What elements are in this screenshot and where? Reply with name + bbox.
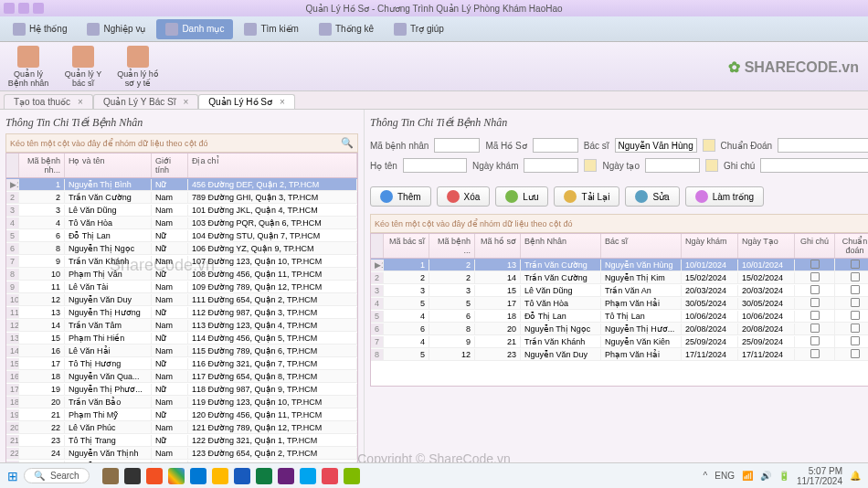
col-nt[interactable]: Ngày Tạo — [738, 234, 795, 258]
app-icon[interactable] — [344, 468, 360, 484]
table-row[interactable]: 1214Trần Văn TâmNam113 Đường 123, Quận 4… — [6, 319, 357, 332]
clock-date[interactable]: 11/17/2024 — [797, 476, 842, 486]
btn-edit[interactable]: Sửa — [625, 186, 679, 207]
lang-indicator[interactable]: ENG — [715, 471, 735, 481]
table-row[interactable]: 1113Nguyễn Thị HươngNữ112 Đường 987, Quậ… — [6, 306, 357, 319]
picker-icon[interactable] — [703, 139, 715, 152]
qat-icon[interactable] — [33, 3, 44, 14]
table-row[interactable]: 851223Nguyễn Văn DuyPhạm Văn Hải17/11/20… — [371, 348, 868, 361]
tab-toathuoc[interactable]: Tạo toa thuốc× — [4, 94, 93, 109]
table-row[interactable]: ▶11213Trần Văn CườngNguyễn Văn Hùng10/01… — [371, 259, 868, 271]
col-addr[interactable]: Địa chỉ — [188, 154, 357, 177]
date-icon[interactable] — [705, 159, 718, 172]
table-row[interactable]: 33Lê Văn DũngNam101 Đường JKL, Quận 4, T… — [6, 204, 357, 217]
date-icon[interactable] — [584, 159, 597, 172]
col-bn[interactable]: Mã bệnh ... — [429, 234, 475, 258]
table-row[interactable]: 54618Đỗ Thị LanTô Thị Lan10/06/202410/06… — [371, 310, 868, 323]
tab-ybacsi[interactable]: Quản Lý Y Bác Sĩ× — [93, 94, 198, 109]
start-icon[interactable]: ⊞ — [7, 469, 18, 483]
table-row[interactable]: 810Phạm Thị VânNữ108 Đường 456, Quận 11,… — [6, 268, 357, 281]
table-row[interactable]: 68Nguyễn Thị NgọcNữ106 Đường YZ, Quận 9,… — [6, 242, 357, 255]
menu-trogiup[interactable]: Trợ giúp — [385, 19, 453, 39]
col-nk[interactable]: Ngày khám — [682, 234, 738, 258]
table-row[interactable]: 1012Nguyễn Văn DuyNam111 Đường 654, Quận… — [6, 293, 357, 306]
table-row[interactable]: 1921Phạm Thi MỹNữ120 Đường 456, Quận 11,… — [6, 408, 357, 421]
table-row[interactable]: 33315Lê Văn DũngTrần Văn An20/03/202420/… — [371, 284, 868, 297]
inp-chuandoan[interactable] — [778, 138, 868, 153]
btn-save[interactable]: Lưu — [495, 186, 548, 207]
table-row[interactable]: 1315Phạm Thi HiềnNữ114 Đường 456, Quận 5… — [6, 332, 357, 345]
col-id[interactable]: Mã bệnh nh... — [19, 154, 65, 177]
app-icon[interactable] — [278, 468, 294, 484]
group-hint[interactable]: Kéo tên một cột vào đây để nhóm dữ liệu … — [5, 133, 358, 153]
inp-hoten[interactable] — [403, 158, 467, 173]
menu-hethong[interactable]: Hệ thống — [4, 19, 76, 39]
wifi-icon[interactable]: 📶 — [742, 471, 753, 481]
app-icon[interactable] — [190, 468, 206, 484]
table-row[interactable]: 2022Lê Văn PhúcNam121 Đường 789, Quận 12… — [6, 421, 357, 434]
col-name[interactable]: Họ và tên — [65, 154, 152, 177]
table-row[interactable]: 79Trần Văn KhánhNam107 Đường 123, Quận 1… — [6, 255, 357, 268]
menu-thongke[interactable]: Thống kê — [310, 19, 383, 39]
inp-ngaykham[interactable] — [524, 158, 578, 173]
col-hs[interactable]: Mã hồ sơ — [475, 234, 521, 258]
taskbar-search[interactable]: 🔍Search — [24, 468, 90, 483]
app-icon[interactable] — [234, 468, 250, 484]
table-row[interactable]: 74921Trần Văn KhánhNguyễn Văn Kiên25/09/… — [371, 335, 868, 348]
group-hint[interactable]: Kéo tên một cột vào đây để nhóm dữ liệu … — [370, 214, 868, 233]
close-icon[interactable]: × — [280, 97, 285, 107]
battery-icon[interactable]: 🔋 — [778, 471, 789, 481]
table-row[interactable]: 911Lê Văn TàiNam109 Đường 789, Quận 12, … — [6, 281, 357, 293]
col-sex[interactable]: Giới tính — [152, 154, 188, 177]
inp-mabn[interactable] — [434, 138, 480, 153]
left-grid[interactable]: ▶11Nguyễn Thị BìnhNữ456 Đường DEF, Quận … — [5, 178, 358, 473]
menu-danhmuc[interactable]: Danh mục — [156, 19, 233, 39]
qat-icon[interactable] — [18, 3, 29, 14]
table-row[interactable]: 22Trần Văn CườngNam789 Đường GHI, Quận 3… — [6, 191, 357, 204]
app-icon[interactable] — [168, 468, 185, 484]
right-grid[interactable]: ▶11213Trần Văn CườngNguyễn Văn Hùng10/01… — [370, 259, 868, 387]
table-row[interactable]: 56Đỗ Thị LanNữ104 Đường STU, Quận 7, TP.… — [6, 229, 357, 242]
btn-add[interactable]: Thêm — [370, 186, 431, 207]
btn-del[interactable]: Xóa — [437, 186, 491, 207]
table-row[interactable]: 66820Nguyễn Thị NgọcNguyễn Thị Hươ...20/… — [371, 323, 868, 335]
taskbar[interactable]: ⊞ 🔍Search ^ ENG 📶 🔊 🔋 5:07 PM 11/17/2024… — [0, 462, 868, 488]
col-bnn[interactable]: Bệnh Nhân — [521, 234, 601, 258]
inp-mahs[interactable] — [533, 138, 578, 153]
ribbon-hoso[interactable]: Quản lý hồ sơ y tế — [115, 46, 161, 88]
inp-ghichu[interactable] — [760, 158, 868, 173]
table-row[interactable]: 1618Nguyễn Văn Qua...Nam117 Đường 654, Q… — [6, 370, 357, 383]
table-row[interactable]: 2123Tô Thị TrangNữ122 Đường 321, Quận 1,… — [6, 434, 357, 447]
close-icon[interactable]: × — [183, 97, 188, 107]
app-icon[interactable] — [146, 468, 163, 484]
volume-icon[interactable]: 🔊 — [760, 471, 771, 481]
col-cd[interactable]: Chuẩn đoán — [835, 234, 868, 258]
col-bs[interactable]: Mã bác sĩ — [384, 234, 429, 258]
col-bss[interactable]: Bác sĩ — [601, 234, 682, 258]
table-row[interactable]: 22214Trần Văn CườngNguyễn Thị Kim15/02/2… — [371, 271, 868, 284]
table-row[interactable]: 1517Tô Thị HươngNữ116 Đường 321, Quận 7,… — [6, 357, 357, 370]
search-icon[interactable]: 🔍 — [341, 137, 354, 149]
app-icon[interactable] — [300, 468, 316, 484]
clock-time[interactable]: 5:07 PM — [797, 466, 842, 476]
app-icon[interactable] — [256, 468, 272, 484]
app-icon[interactable] — [212, 468, 228, 484]
table-row[interactable]: 2224Nguyễn Văn ThịnhNam123 Đường 654, Qu… — [6, 447, 357, 460]
app-icon[interactable] — [322, 468, 338, 484]
table-row[interactable]: 44Tô Văn HòaNam103 Đường PQR, Quận 6, TP… — [6, 217, 357, 229]
ribbon-benhnhan[interactable]: Quản lý Bệnh nhân — [5, 46, 51, 88]
table-row[interactable]: 1416Lê Văn HảiNam115 Đường 789, Quận 6, … — [6, 345, 357, 357]
ribbon-ybacsi[interactable]: Quản lý Y bác sĩ — [60, 46, 106, 88]
chevron-up-icon[interactable]: ^ — [704, 471, 708, 481]
app-icon[interactable] — [124, 468, 141, 484]
table-row[interactable]: ▶11Nguyễn Thị BìnhNữ456 Đường DEF, Quận … — [6, 178, 357, 191]
app-icon[interactable] — [102, 468, 119, 484]
menu-nghiepvu[interactable]: Nghiệp vụ — [78, 19, 154, 39]
btn-clear[interactable]: Làm trống — [685, 186, 764, 207]
tab-hoso[interactable]: Quản Lý Hồ Sơ× — [198, 94, 295, 109]
table-row[interactable]: 1820Trần Văn BảoNam119 Đường 123, Quận 1… — [6, 396, 357, 408]
table-row[interactable]: 45517Tô Văn HòaPhạm Văn Hải30/05/202430/… — [371, 297, 868, 310]
menu-timkiem[interactable]: Tìm kiếm — [235, 19, 308, 39]
table-row[interactable]: 1719Nguyễn Thị Phươ...Nữ118 Đường 987, Q… — [6, 383, 357, 396]
inp-bacsi[interactable] — [615, 138, 697, 153]
